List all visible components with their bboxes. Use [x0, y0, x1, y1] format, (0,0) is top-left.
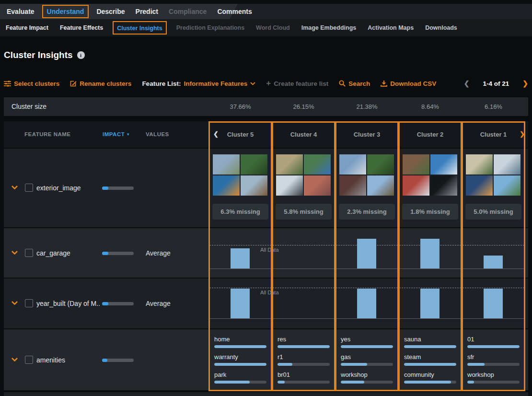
word-bar [341, 381, 393, 384]
row-checkbox[interactable] [25, 356, 33, 364]
exterior-photo-thumbnail[interactable] [403, 154, 429, 175]
thumbnail-grid [403, 154, 458, 196]
feature-list-value[interactable]: Informative Features [184, 80, 247, 87]
tab-downloads[interactable]: Downloads [423, 23, 459, 33]
exterior-photo-thumbnail[interactable] [339, 175, 366, 196]
exterior-photo-thumbnail[interactable] [466, 175, 493, 196]
cluster-cell [336, 228, 398, 278]
word-bar [467, 345, 520, 348]
word-bar [404, 381, 456, 384]
toolbar: Select clusters Rename clusters Feature … [4, 77, 528, 90]
tab-activation-maps[interactable]: Activation Maps [366, 23, 416, 33]
download-csv-button[interactable]: Download CSV [381, 80, 436, 87]
expand-chevron-icon[interactable] [11, 250, 19, 256]
info-icon[interactable]: i [77, 51, 85, 59]
cluster-column-header[interactable]: Cluster 1 [463, 131, 524, 138]
thumbnail-grid [213, 154, 268, 196]
tab-feature-effects[interactable]: Feature Effects [58, 23, 105, 33]
row-checkbox[interactable] [25, 249, 33, 257]
exterior-photo-thumbnail[interactable] [367, 175, 394, 196]
feature-value: Average [146, 249, 171, 257]
tab-evaluate[interactable]: Evaluate [4, 6, 37, 17]
download-csv-label: Download CSV [390, 80, 436, 87]
exterior-photo-thumbnail[interactable] [241, 154, 267, 175]
col-header-feature-name[interactable]: FEATURE NAME [24, 131, 71, 137]
cluster-cell: 2.3% missing [336, 149, 398, 227]
tab-predict[interactable]: Predict [133, 6, 161, 17]
word-bar-fill [404, 345, 456, 348]
cluster-column-header[interactable]: Cluster 5 [209, 131, 271, 138]
col-header-impact[interactable]: IMPACT▼ [103, 131, 130, 137]
exterior-photo-thumbnail[interactable] [304, 175, 331, 196]
rename-clusters-button[interactable]: Rename clusters [70, 80, 131, 87]
exterior-photo-thumbnail[interactable] [304, 154, 331, 175]
distribution-bar [231, 248, 250, 268]
expand-chevron-icon[interactable] [11, 301, 19, 306]
tab-understand[interactable]: Understand [47, 8, 84, 15]
exterior-photo-thumbnail[interactable] [276, 175, 303, 196]
select-clusters-label: Select clusters [14, 80, 59, 87]
annotation-box-understand: Understand [42, 5, 89, 18]
expand-chevron-icon[interactable] [11, 185, 19, 191]
mini-bar-chart [399, 234, 461, 269]
select-clusters-button[interactable]: Select clusters [4, 80, 59, 87]
cluster-cell: homewarrantypark [209, 329, 271, 390]
page-next-icon[interactable]: ❯ [522, 80, 528, 87]
col-header-values[interactable]: VALUES [146, 131, 169, 137]
tab-feature-impact[interactable]: Feature Impact [4, 23, 50, 33]
row-checkbox[interactable] [25, 299, 33, 307]
exterior-photo-thumbnail[interactable] [213, 175, 240, 196]
word-bar-fill [214, 363, 266, 366]
exterior-photo-thumbnail[interactable] [367, 154, 394, 175]
table-header: FEATURE NAME IMPACT▼ VALUES ❮ ❯ Cluster … [4, 121, 528, 148]
all-data-reference-line [399, 288, 461, 288]
exterior-photo-thumbnail[interactable] [430, 154, 457, 175]
distribution-bar [420, 239, 439, 268]
impact-bar-fill [102, 302, 108, 305]
cluster-column-header[interactable]: Cluster 3 [336, 131, 398, 138]
exterior-photo-thumbnail[interactable] [339, 154, 366, 175]
edit-pencil-icon [70, 80, 77, 87]
cluster-cell [336, 279, 398, 328]
mini-bar-chart [399, 285, 461, 319]
cluster-cell [463, 279, 524, 328]
word-item: br01 [278, 371, 330, 384]
tab-cluster-insights[interactable]: Cluster Insights [117, 25, 162, 32]
exterior-photo-thumbnail[interactable] [430, 175, 457, 196]
word-list: homewarrantypark [214, 336, 266, 384]
word-bar [467, 381, 520, 384]
word-bar [278, 381, 330, 384]
exterior-photo-thumbnail[interactable] [213, 154, 240, 175]
word-label: community [404, 371, 456, 379]
exterior-photo-thumbnail[interactable] [494, 154, 520, 175]
exterior-photo-thumbnail[interactable] [241, 175, 267, 196]
missing-percentage-badge: 5.8% missing [276, 204, 332, 220]
tab-image-embeddings[interactable]: Image Embeddings [300, 23, 359, 33]
tab-comments[interactable]: Comments [214, 6, 254, 17]
distribution-bar [357, 239, 376, 268]
exterior-photo-thumbnail[interactable] [403, 175, 429, 196]
page-prev-icon[interactable]: ❮ [464, 80, 470, 87]
cluster-cell: resr1br01 [273, 329, 335, 390]
cluster-cell: 6.3% missing [209, 149, 271, 227]
cluster-size-value: 26.15% [273, 103, 335, 110]
tab-describe[interactable]: Describe [93, 6, 127, 17]
word-item: workshop [341, 371, 393, 384]
plus-icon: + [266, 80, 271, 87]
feature-list-selector[interactable]: Feature List: Informative Features [142, 80, 255, 87]
word-bar-fill [467, 363, 485, 366]
top-navigation: Evaluate Understand Describe Predict Com… [0, 4, 532, 19]
cluster-column-header[interactable]: Cluster 4 [273, 131, 335, 138]
cluster-cell: yesgasworkshop [336, 329, 398, 390]
word-bar-fill [214, 381, 250, 384]
exterior-photo-thumbnail[interactable] [276, 154, 303, 175]
word-label: home [214, 336, 266, 343]
expand-chevron-icon[interactable] [11, 357, 19, 363]
search-button[interactable]: Search [339, 80, 370, 87]
word-bar-fill [467, 345, 520, 348]
cluster-column-header[interactable]: Cluster 2 [399, 131, 461, 138]
exterior-photo-thumbnail[interactable] [466, 154, 493, 175]
rename-clusters-label: Rename clusters [80, 80, 131, 87]
row-checkbox[interactable] [25, 184, 33, 192]
exterior-photo-thumbnail[interactable] [494, 175, 520, 196]
